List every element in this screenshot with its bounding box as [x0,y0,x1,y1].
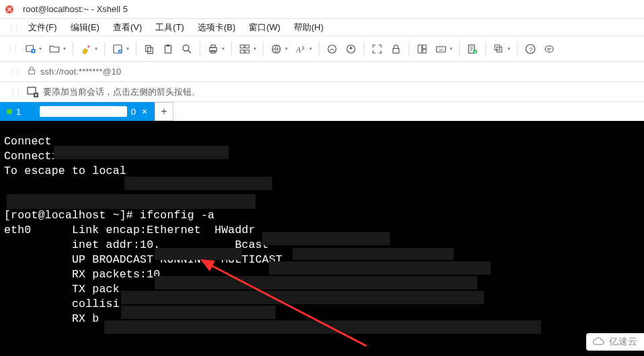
title-bar: root@localhost:~ - Xshell 5 [0,0,644,19]
svg-rect-25 [423,49,426,52]
new-session-button[interactable] [22,40,39,58]
chevron-down-icon[interactable]: ▾ [253,46,259,52]
chevron-down-icon[interactable]: ▾ [309,46,315,52]
paste-button[interactable] [159,40,177,58]
grip-icon: ⋮⋮ [5,24,22,31]
svg-rect-22 [393,48,399,53]
close-icon[interactable]: × [140,107,149,116]
open-button[interactable] [46,40,63,58]
status-dot-icon [7,109,12,114]
svg-text:A: A [295,44,301,54]
toolbar: ⋮⋮ ▾ ▾ ▾ ▾ ▾ ▾ ▾ A ▾ ▾ ▾ ? [0,36,644,62]
chevron-down-icon[interactable]: ▾ [450,46,455,52]
hint-text: 要添加当前会话，点击左侧的箭头按钮。 [43,86,200,98]
hint-bar: ⋮⋮ 要添加当前会话，点击左侧的箭头按钮。 [0,82,644,102]
address-text[interactable]: ssh://root:*******@10 [40,66,637,77]
cloud-icon [592,337,606,347]
svg-rect-16 [240,50,244,53]
chevron-down-icon[interactable]: ▾ [63,46,69,52]
search-button[interactable] [178,40,196,58]
properties-button[interactable] [109,40,126,58]
watermark-text: 亿速云 [609,336,637,348]
print-button[interactable] [204,40,222,58]
chevron-down-icon[interactable]: ▾ [39,46,44,52]
terminal[interactable]: Connect Connection established. To escap… [0,121,644,356]
svg-rect-15 [245,45,249,48]
sessions-button[interactable] [236,40,253,58]
encoding-button[interactable] [268,40,285,58]
script-button[interactable] [464,40,481,58]
address-bar: ⋮⋮ ssh://root:*******@10 [0,62,644,82]
keyboard-button[interactable] [432,40,450,58]
menu-bar: ⋮⋮ 文件(F) 编辑(E) 查看(V) 工具(T) 选项卡(B) 窗口(W) … [0,19,644,36]
menu-tab[interactable]: 选项卡(B) [191,20,242,35]
copy-button[interactable] [140,40,158,58]
grip-icon: ⋮⋮ [4,45,20,52]
menu-tools[interactable]: 工具(T) [149,20,191,35]
svg-rect-8 [165,45,171,52]
new-tab-button[interactable]: + [155,102,173,121]
xftp-button[interactable] [342,40,360,58]
menu-view[interactable]: 查看(V) [106,20,149,35]
chevron-down-icon[interactable]: ▾ [222,46,227,52]
menu-help[interactable]: 帮助(H) [287,20,330,35]
svg-rect-14 [240,45,244,48]
xagent-button[interactable] [323,40,341,58]
svg-rect-34 [29,70,35,74]
highlight-button[interactable] [77,40,95,58]
grip-icon: ⋮⋮ [7,68,23,75]
add-session-icon[interactable] [27,86,39,98]
svg-point-3 [87,45,89,47]
lock-icon [27,66,36,77]
svg-rect-17 [245,50,249,53]
svg-rect-12 [211,45,215,48]
help-button[interactable]: ? [522,40,539,58]
compose-button[interactable] [540,40,558,58]
chevron-down-icon[interactable]: ▾ [95,46,100,52]
chevron-down-icon[interactable]: ▾ [126,46,132,52]
menu-window[interactable]: 窗口(W) [242,20,287,35]
cascade-button[interactable] [490,40,508,58]
tile-button[interactable] [413,40,431,58]
tab-strip: 1 0 × + [0,102,644,121]
chevron-down-icon[interactable]: ▾ [285,46,290,52]
tab-trailing: 0 [131,107,136,117]
svg-rect-9 [167,44,170,46]
fullscreen-button[interactable] [368,40,386,58]
svg-rect-7 [148,47,153,53]
menu-file[interactable]: 文件(F) [22,20,64,35]
menu-edit[interactable]: 编辑(E) [64,20,106,35]
session-tab[interactable]: 1 0 × [0,102,155,121]
grip-icon: ⋮⋮ [7,88,23,95]
svg-rect-29 [495,45,500,50]
svg-rect-6 [146,45,151,51]
chevron-down-icon[interactable]: ▾ [508,46,513,52]
svg-text:?: ? [529,45,533,52]
window-title: root@localhost:~ - Xshell 5 [23,4,128,14]
lock-button[interactable] [387,40,405,58]
svg-rect-23 [418,45,421,53]
tab-label: 1 [16,107,36,117]
svg-rect-26 [436,46,446,52]
watermark: 亿速云 [586,333,644,351]
svg-rect-33 [545,46,553,52]
svg-rect-30 [497,47,502,52]
font-button[interactable]: A [292,40,309,58]
svg-rect-24 [423,45,426,48]
svg-point-10 [183,45,189,51]
app-icon [4,4,15,15]
